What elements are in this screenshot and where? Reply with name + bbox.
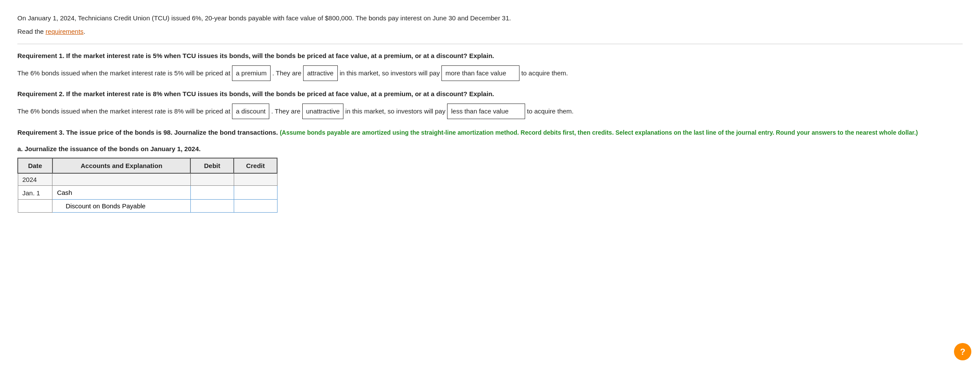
req1-rest: If the market interest rate is 5% when T… <box>66 52 494 59</box>
req1-box1[interactable]: a premium <box>232 65 271 81</box>
req1-box2[interactable]: attractive <box>303 65 338 81</box>
req2-mid1: . They are <box>271 105 300 118</box>
req1-prefix: The 6% bonds issued when the market inte… <box>17 67 230 80</box>
cash-credit-input[interactable] <box>238 189 273 196</box>
table-header-row: Date Accounts and Explanation Debit Cred… <box>18 158 277 173</box>
requirement-3-block: Requirement 3. The issue price of the bo… <box>17 127 963 138</box>
requirements-link[interactable]: requirements <box>46 28 84 35</box>
discount-debit-cell[interactable] <box>190 199 234 212</box>
read-suffix: . <box>84 28 85 35</box>
table-row-cash: Jan. 1 <box>18 185 277 199</box>
journal-a-letter: a. <box>17 145 23 152</box>
requirement-1-title: Requirement 1. If the market interest ra… <box>17 51 963 61</box>
header-date: Date <box>18 158 52 173</box>
req3-bold: Requirement 3. <box>17 129 64 136</box>
year-date-cell: 2024 <box>18 173 52 186</box>
req1-box3[interactable]: more than face value <box>441 65 519 81</box>
journal-a-text: Journalize the issuance of the bonds on … <box>25 145 201 152</box>
req2-box1[interactable]: a discount <box>232 104 269 119</box>
req3-instruction: (Assume bonds payable are amortized usin… <box>280 129 918 136</box>
journal-table-a: Date Accounts and Explanation Debit Cred… <box>17 158 278 213</box>
req2-suffix: to acquire them. <box>527 105 574 118</box>
req2-rest: If the market interest rate is 8% when T… <box>66 90 494 97</box>
requirement-1-block: Requirement 1. If the market interest ra… <box>17 51 963 81</box>
section-divider <box>17 44 963 44</box>
discount-debit-input[interactable] <box>195 202 229 210</box>
req2-bold: Requirement 2. <box>17 90 64 97</box>
req2-prefix: The 6% bonds issued when the market inte… <box>17 105 230 118</box>
req1-answer-line: The 6% bonds issued when the market inte… <box>17 65 963 81</box>
req2-mid2: in this market, so investors will pay <box>345 105 445 118</box>
cash-debit-cell[interactable] <box>190 185 234 199</box>
header-debit: Debit <box>190 158 234 173</box>
req3-rest: The issue price of the bonds is 98. Jour… <box>66 129 280 136</box>
read-line: Read the requirements. <box>17 28 963 35</box>
year-debit-cell <box>190 173 234 186</box>
year-credit-cell <box>234 173 277 186</box>
cash-account-input[interactable] <box>57 189 186 196</box>
cash-credit-cell[interactable] <box>234 185 277 199</box>
requirement-2-title: Requirement 2. If the market interest ra… <box>17 89 963 99</box>
req2-answer-line: The 6% bonds issued when the market inte… <box>17 104 963 119</box>
intro-text: On January 1, 2024, Technicians Credit U… <box>17 13 963 23</box>
req1-bold: Requirement 1. <box>17 52 64 59</box>
cash-account-cell[interactable] <box>52 185 191 199</box>
journal-a-section: a. Journalize the issuance of the bonds … <box>17 145 963 213</box>
req1-suffix: to acquire them. <box>521 67 568 80</box>
read-prefix: Read the <box>17 28 46 35</box>
discount-credit-cell[interactable] <box>234 199 277 212</box>
discount-account-input[interactable] <box>65 202 186 210</box>
requirement-3-title: Requirement 3. The issue price of the bo… <box>17 127 963 138</box>
table-row-year: 2024 <box>18 173 277 186</box>
req2-box2[interactable]: unattractive <box>302 104 344 119</box>
discount-credit-input[interactable] <box>238 202 273 210</box>
req1-mid1: . They are <box>272 67 301 80</box>
cash-debit-input[interactable] <box>195 189 229 196</box>
req2-box3[interactable]: less than face value <box>447 104 525 119</box>
header-accounts: Accounts and Explanation <box>52 158 191 173</box>
header-credit: Credit <box>234 158 277 173</box>
req1-mid2: in this market, so investors will pay <box>340 67 440 80</box>
discount-account-cell[interactable] <box>52 199 191 212</box>
cash-date-cell: Jan. 1 <box>18 185 52 199</box>
journal-a-label: a. Journalize the issuance of the bonds … <box>17 145 963 152</box>
discount-date-cell <box>18 199 52 212</box>
table-row-discount <box>18 199 277 212</box>
requirement-2-block: Requirement 2. If the market interest ra… <box>17 89 963 119</box>
year-acct-cell <box>52 173 191 186</box>
